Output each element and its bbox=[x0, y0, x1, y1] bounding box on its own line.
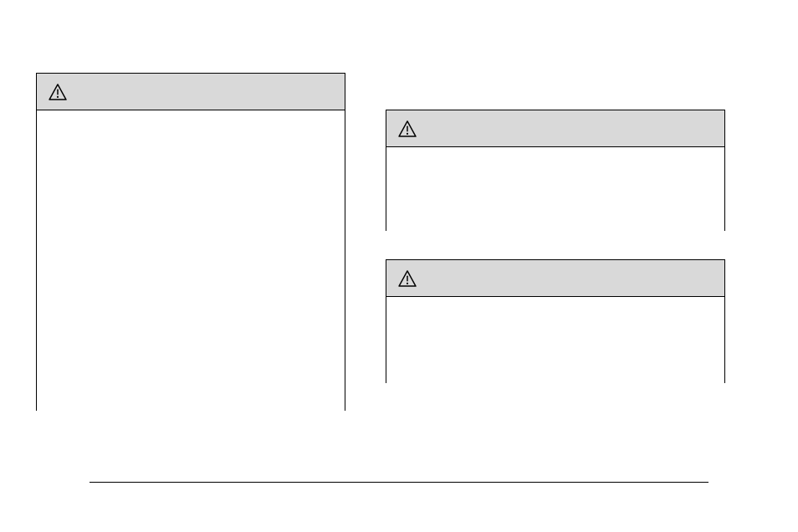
warning-panel-small-b bbox=[386, 259, 725, 383]
svg-point-5 bbox=[407, 282, 408, 284]
warning-panel-large bbox=[36, 73, 345, 411]
horizontal-divider bbox=[90, 482, 708, 483]
warning-icon bbox=[398, 120, 417, 137]
svg-point-1 bbox=[57, 95, 59, 97]
warning-panel-header bbox=[37, 74, 345, 110]
warning-panel-body bbox=[386, 147, 724, 232]
warning-panel-body bbox=[37, 110, 345, 412]
warning-panel-header bbox=[386, 110, 724, 147]
warning-icon bbox=[398, 270, 417, 287]
warning-panel-body bbox=[386, 297, 724, 384]
warning-panel-small-a bbox=[386, 110, 725, 231]
warning-panel-header bbox=[386, 260, 724, 297]
warning-icon bbox=[49, 84, 67, 100]
svg-point-3 bbox=[407, 132, 408, 134]
